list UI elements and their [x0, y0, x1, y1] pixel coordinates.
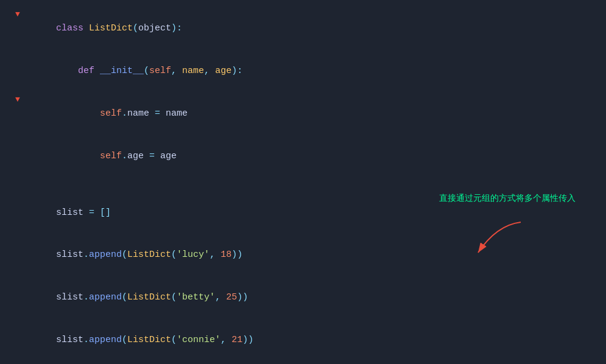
line-content-2: def __init__(self, name, age):	[23, 50, 594, 93]
gutter-3: ▼	[12, 94, 23, 106]
line-content-9: slist.append(ListDict('connie', 21))	[23, 319, 594, 362]
code-line-5	[12, 177, 594, 191]
code-editor: ▼ class ListDict(object): def __init__(s…	[0, 0, 606, 364]
code-line-3: ▼ self.name = name	[12, 93, 594, 135]
line-content-3: self.name = name	[23, 93, 594, 135]
code-line-4: self.age = age	[12, 135, 594, 177]
line-content-5	[23, 177, 594, 191]
code-line-8: slist.append(ListDict('betty', 25))	[12, 276, 594, 319]
code-line-10: slist.append(ListDict('betty', 21))	[12, 361, 594, 364]
annotation-arrow	[460, 219, 533, 262]
annotation-text: 直接通过元组的方式将多个属性传入	[439, 192, 576, 205]
line-content-1: class ListDict(object):	[23, 7, 594, 50]
line-content-10: slist.append(ListDict('betty', 21))	[23, 361, 594, 364]
code-line-1: ▼ class ListDict(object):	[12, 7, 594, 50]
line-content-8: slist.append(ListDict('betty', 25))	[23, 276, 594, 319]
code-line-2: def __init__(self, name, age):	[12, 50, 594, 93]
code-line-9: slist.append(ListDict('connie', 21))	[12, 319, 594, 362]
gutter-1: ▼	[12, 9, 23, 21]
line-content-4: self.age = age	[23, 135, 594, 177]
